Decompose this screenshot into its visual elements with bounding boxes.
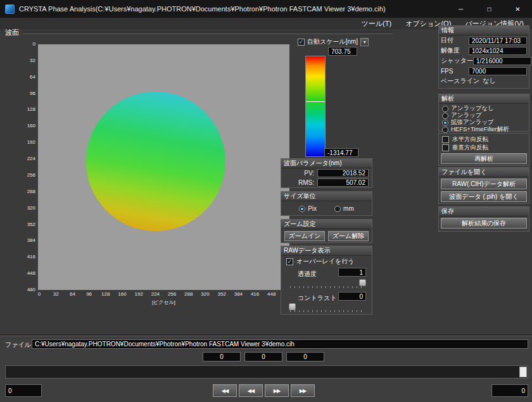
reanalyze-button[interactable]: 再解析	[441, 153, 527, 164]
x-axis-ticks: 0326496128160192224256288320352384416448…	[38, 292, 291, 298]
y-tick-label: 416	[27, 254, 35, 260]
file-path-field: C:¥Users¥nagatay.PHOTRON¥Documents¥Photr…	[32, 339, 528, 349]
y-tick-label: 64	[30, 75, 35, 80]
counter-field: 0	[286, 352, 324, 361]
flip-horizontal-row[interactable]: 水平方向反転	[439, 135, 529, 144]
y-tick-label: 160	[27, 123, 35, 129]
zoom-reset-button[interactable]: ズーム解除	[328, 231, 369, 241]
step-forward-button[interactable]: ▶▶	[265, 384, 289, 397]
slider-ticks	[290, 310, 365, 312]
minimize-button[interactable]: ─	[446, 0, 475, 18]
x-tick-label: 448	[263, 292, 280, 297]
overlay-checkbox	[286, 258, 293, 265]
y-tick-label: 0	[33, 42, 35, 47]
panel-title: サイズ単位	[281, 192, 372, 201]
skip-start-button[interactable]: ◀◀	[213, 384, 237, 397]
colorbar	[305, 56, 326, 157]
wavefront-plot[interactable]	[38, 44, 289, 290]
save-results-button[interactable]: 解析結果の保存	[441, 218, 527, 229]
menu-item-tools[interactable]: ツール(T)	[355, 18, 399, 29]
step-back-button[interactable]: ◀◀	[239, 384, 263, 397]
raw-display-panel: RAWデータ表示 オーバーレイを行う 透過度 1 コントラスト 0	[281, 246, 372, 315]
panel-title: 波面パラメータ(nm)	[281, 159, 372, 168]
phase-map-circle	[86, 92, 225, 231]
raw-cih-analyze-button[interactable]: RAW(.CIH)データ解析	[441, 179, 527, 189]
window-controls: ─ □ ✕	[446, 0, 532, 18]
flip-horizontal-label: 水平方向反転	[452, 135, 488, 144]
open-wavefront-data-button[interactable]: 波面データ (.pih) を開く	[441, 191, 527, 202]
frame-scrollbar[interactable]	[5, 365, 528, 379]
y-tick-label: 128	[27, 107, 35, 112]
skip-end-button[interactable]: ▶▶	[291, 384, 315, 397]
info-row: ベースラインなし	[439, 76, 529, 86]
info-label: 日付	[441, 36, 469, 45]
radio-label: Pix	[308, 205, 317, 212]
open-file-panel: ファイルを開く RAW(.CIH)データ解析 波面データ (.pih) を開く	[438, 167, 529, 204]
y-tick-label: 384	[27, 238, 35, 243]
autoscale-checkbox[interactable]	[298, 39, 305, 46]
info-label: 解像度	[441, 46, 469, 55]
wavefront-params-panel: 波面パラメータ(nm) PV: 2018.52 RMS: 507.02	[281, 158, 372, 188]
y-tick-label: 448	[27, 271, 35, 276]
size-unit-option-pix[interactable]: Pix	[299, 205, 317, 212]
panel-title: ファイルを開く	[439, 168, 529, 177]
analysis-option[interactable]: HEFS+TimeFilter解析	[439, 126, 529, 133]
flip-vertical-row[interactable]: 垂直方向反転	[439, 144, 529, 152]
size-unit-panel: サイズ単位 Pixmm	[281, 191, 372, 216]
app-icon	[5, 4, 15, 14]
x-tick-label: 32	[48, 292, 64, 297]
panel-title: 保存	[439, 207, 529, 217]
x-tick-label: 0	[31, 292, 48, 297]
flip-vertical-label: 垂直方向反転	[452, 144, 488, 152]
opacity-slider[interactable]	[289, 279, 366, 288]
y-tick-label: 352	[27, 222, 35, 227]
contrast-field[interactable]: 0	[338, 292, 366, 301]
frame-total-field[interactable]: 0	[491, 384, 528, 397]
wavefront-group-label: 波面	[5, 28, 19, 37]
x-tick-label: 352	[213, 292, 230, 297]
rms-label: RMS:	[284, 179, 317, 186]
opacity-label: 透過度	[298, 270, 317, 279]
close-button[interactable]: ✕	[504, 0, 532, 18]
contrast-slider-handle[interactable]	[289, 303, 296, 310]
y-tick-label: 320	[27, 206, 35, 211]
zoom-in-button[interactable]: ズームイン	[284, 231, 325, 241]
overlay-checkbox-row[interactable]: オーバーレイを行う	[286, 257, 354, 266]
info-row: 解像度1024x1024	[439, 46, 529, 56]
x-tick-label: 288	[180, 292, 197, 297]
contrast-slider[interactable]	[289, 303, 366, 312]
y-tick-label: 96	[30, 91, 35, 96]
titlebar: CRYSTA Phase Analysis(C:¥Users¥nagatay.P…	[0, 0, 532, 18]
colorbar-max-value: 703.75	[328, 47, 357, 56]
y-tick-label: 224	[27, 156, 35, 161]
info-panel: 情報 日付2020/11/17 17:03解像度1024x1024シャッター1/…	[438, 25, 529, 89]
colorbar-zero-line	[306, 101, 325, 102]
info-row: FPS7000	[439, 66, 529, 76]
info-value: なし	[479, 77, 532, 85]
window-title: CRYSTA Phase Analysis(C:¥Users¥nagatay.P…	[19, 5, 386, 13]
maximize-button[interactable]: □	[475, 0, 504, 18]
x-tick-label: 160	[114, 292, 130, 297]
info-row: 日付2020/11/17 17:03	[439, 35, 529, 46]
size-unit-option-mm[interactable]: mm	[334, 205, 354, 212]
x-tick-label: 256	[164, 292, 180, 297]
frame-scrollbar-handle[interactable]	[519, 367, 527, 377]
x-axis-label: [ピクセル]	[38, 299, 289, 306]
y-tick-label: 288	[27, 189, 35, 194]
autoscale-dropdown[interactable]: ▼	[360, 38, 369, 46]
info-row: シャッター1/216000	[439, 56, 529, 66]
opacity-slider-handle[interactable]	[359, 279, 366, 286]
info-label: シャッター	[441, 56, 473, 65]
wavefront-group-header: 波面	[5, 28, 393, 37]
info-value: 1/216000	[473, 57, 531, 65]
y-tick-label: 32	[30, 58, 35, 63]
overlay-label: オーバーレイを行う	[296, 257, 354, 266]
radio-icon	[442, 113, 448, 119]
autoscale-label: 自動スケール[nm]	[307, 37, 358, 46]
frame-current-field[interactable]: 0	[5, 384, 42, 397]
x-tick-label: 320	[197, 292, 213, 297]
radio-icon	[442, 106, 448, 112]
flip-vertical-checkbox	[442, 144, 449, 151]
opacity-field[interactable]: 1	[338, 268, 366, 277]
info-value: 2020/11/17 17:03	[469, 37, 527, 45]
